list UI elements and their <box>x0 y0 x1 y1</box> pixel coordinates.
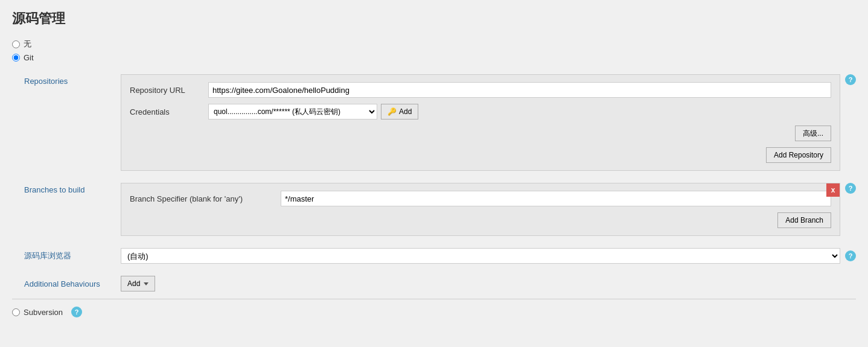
radio-none-label[interactable]: 无 <box>24 39 31 49</box>
repositories-section: Repositories Repository URL Credentials … <box>24 68 856 177</box>
repositories-label: Repositories <box>24 74 121 86</box>
additional-behaviours-row: Additional Behaviours Add <box>24 270 856 298</box>
repo-url-label: Repository URL <box>130 86 208 95</box>
add-cred-label: Add <box>399 107 412 116</box>
page-title: 源码管理 <box>12 10 856 28</box>
branches-section: Branches to build x Branch Specifier (bl… <box>24 177 856 242</box>
subversion-row: Subversion ? <box>12 301 856 323</box>
radio-subversion[interactable] <box>12 308 20 316</box>
add-behaviour-label: Add <box>127 279 140 288</box>
branch-specifier-label: Branch Specifier (blank for 'any') <box>130 194 281 203</box>
radio-subversion-label[interactable]: Subversion <box>24 308 63 317</box>
source-browser-select[interactable]: (自动) <box>121 248 840 264</box>
radio-none-group: 无 <box>12 39 856 49</box>
add-branch-button[interactable]: Add Branch <box>777 212 831 228</box>
repositories-help-icon[interactable]: ? <box>845 74 856 85</box>
source-browser-row: 源码库浏览器 (自动) ? <box>24 242 856 270</box>
source-browser-label: 源码库浏览器 <box>24 250 121 261</box>
additional-behaviours-label: Additional Behaviours <box>24 279 121 288</box>
add-branch-row: Add Branch <box>130 212 831 228</box>
divider <box>12 299 856 299</box>
subversion-help-icon[interactable]: ? <box>71 307 82 317</box>
branch-specifier-input[interactable] <box>281 191 831 206</box>
source-browser-help-icon[interactable]: ? <box>845 250 856 261</box>
credentials-controls: quol...............com/****** (私人码云密钥) 🔑… <box>208 104 418 119</box>
radio-git[interactable] <box>12 54 20 62</box>
repositories-content: Repository URL Credentials quol.........… <box>121 74 840 171</box>
credentials-row: Credentials quol...............com/*****… <box>130 104 831 119</box>
key-icon: 🔑 <box>388 107 397 116</box>
delete-branch-button[interactable]: x <box>826 183 840 197</box>
branches-content: x Branch Specifier (blank for 'any') Add… <box>121 183 840 236</box>
advanced-button[interactable]: 高级... <box>795 126 831 141</box>
repo-url-input[interactable] <box>208 82 831 98</box>
branch-specifier-row: Branch Specifier (blank for 'any') <box>130 191 831 206</box>
credentials-label: Credentials <box>130 107 208 116</box>
branches-label: Branches to build <box>24 183 121 194</box>
repo-url-row: Repository URL <box>130 82 831 98</box>
radio-git-label[interactable]: Git <box>24 53 34 62</box>
page-container: 源码管理 无 Git Repositories Repository URL <box>0 0 868 347</box>
add-credential-button[interactable]: 🔑 Add <box>381 104 418 119</box>
git-section: Repositories Repository URL Credentials … <box>12 68 856 298</box>
branches-help-icon[interactable]: ? <box>845 183 856 194</box>
advanced-row: 高级... <box>130 126 831 141</box>
dropdown-caret-icon <box>144 282 148 285</box>
add-repo-row: Add Repository <box>130 147 831 163</box>
add-repository-button[interactable]: Add Repository <box>766 147 831 163</box>
radio-git-group: Git <box>12 53 856 62</box>
add-behaviour-button[interactable]: Add <box>121 276 155 291</box>
credentials-select[interactable]: quol...............com/****** (私人码云密钥) <box>208 104 377 119</box>
radio-none[interactable] <box>12 40 20 48</box>
